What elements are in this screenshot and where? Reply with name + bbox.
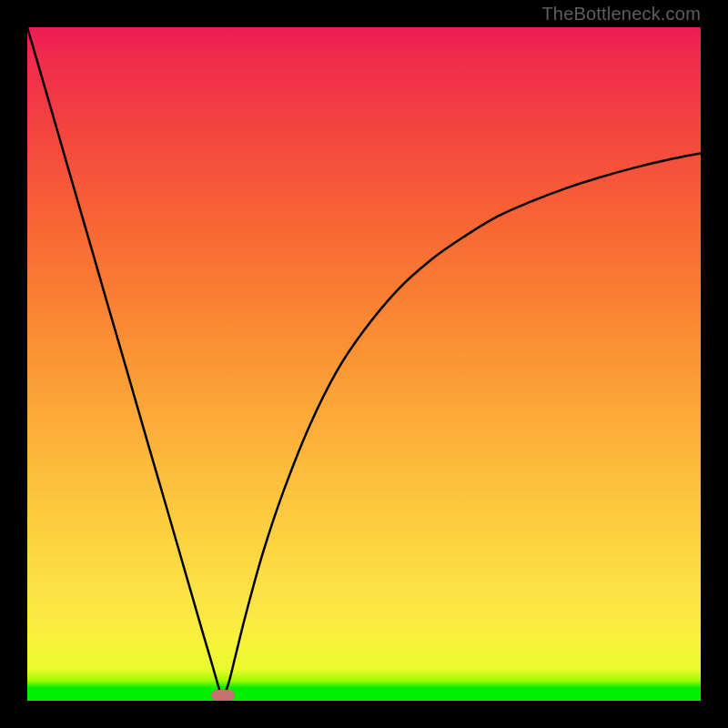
chart-frame: TheBottleneck.com [0,0,728,728]
bottleneck-curve [27,27,701,701]
plot-area [27,27,701,701]
curve-left-branch [27,27,223,701]
watermark-label: TheBottleneck.com [541,4,701,25]
curve-right-branch [223,153,701,701]
dip-marker [211,690,235,701]
